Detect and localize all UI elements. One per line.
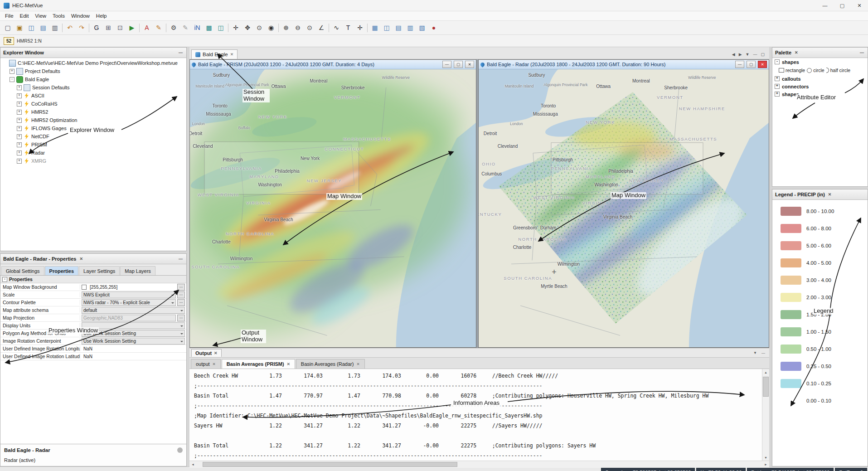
palette-section[interactable]: + shapes bbox=[772, 90, 868, 98]
minimize-panel-icon[interactable]: — bbox=[178, 50, 184, 55]
tree-item[interactable]: + Radar bbox=[0, 149, 186, 157]
section-expand-icon[interactable]: + bbox=[775, 92, 780, 97]
scroll-down-icon[interactable]: ▼ bbox=[764, 454, 767, 461]
section-expand-icon[interactable]: + bbox=[775, 84, 780, 89]
tree-item[interactable]: + NetCDF bbox=[0, 132, 186, 141]
close-tab-icon[interactable]: ✕ bbox=[230, 52, 234, 57]
properties-section-header[interactable]: - Properties bbox=[0, 276, 186, 283]
tree-item[interactable]: + XMRG bbox=[0, 157, 186, 165]
tree-expander-icon[interactable]: - bbox=[10, 77, 15, 82]
redo-icon[interactable]: ↷ bbox=[76, 22, 87, 34]
menu-item[interactable]: Edit bbox=[17, 12, 32, 19]
close-panel-icon[interactable]: ✕ bbox=[827, 192, 833, 197]
close-tab-icon[interactable]: ✕ bbox=[356, 362, 359, 366]
tile-windows-icon[interactable]: ▦ bbox=[369, 22, 381, 34]
tab-basin-averages-radar[interactable]: Basin Averages (Radar) ✕ bbox=[296, 359, 365, 369]
print-icon[interactable]: ▥ bbox=[49, 22, 61, 34]
tree-item[interactable]: + ASCII bbox=[0, 92, 186, 100]
scroll-up-icon[interactable]: ▲ bbox=[764, 369, 767, 375]
properties-tab[interactable]: Global Settings bbox=[1, 266, 44, 275]
text-tool-icon[interactable]: T bbox=[342, 22, 354, 34]
radar-map-canvas[interactable] bbox=[479, 69, 769, 347]
output-panel-tab[interactable]: Output ✕ bbox=[191, 349, 222, 357]
layout-grid-icon[interactable]: ⊞ bbox=[102, 22, 114, 34]
tree-expander-icon[interactable]: + bbox=[17, 85, 22, 90]
zoom-out-icon[interactable]: ⊖ bbox=[292, 22, 304, 34]
close-map-icon[interactable]: ✕ bbox=[758, 61, 767, 68]
tree-expander-icon[interactable]: + bbox=[17, 110, 22, 115]
palette-shape-tool[interactable]: rectangle bbox=[779, 68, 805, 73]
minimize-map-icon[interactable]: — bbox=[442, 61, 451, 68]
close-output-icon[interactable]: ✕ bbox=[214, 351, 218, 355]
tree-item[interactable]: - Bald Eagle bbox=[0, 75, 186, 83]
prism-map-titlebar[interactable]: Bald Eagle - PRISM (20Jul2003 1200 - 24J… bbox=[190, 60, 476, 69]
property-value-dropdown[interactable] bbox=[82, 322, 185, 329]
radar-map-titlebar[interactable]: Bald Eagle - Radar (20Jul2003 1800 - 24J… bbox=[479, 60, 769, 69]
restore-map-icon[interactable]: ▢ bbox=[454, 61, 463, 68]
palette-section-shapes[interactable]: - shapes bbox=[772, 58, 868, 66]
zoom-window-icon[interactable]: ⊙ bbox=[304, 22, 315, 34]
zoom-active-icon[interactable]: ◉ bbox=[265, 22, 277, 34]
tree-expander-icon[interactable]: + bbox=[17, 142, 22, 147]
checkbox[interactable] bbox=[82, 285, 87, 290]
open-file-icon[interactable]: ▣ bbox=[14, 22, 25, 34]
zoom-region-icon[interactable]: ⊙ bbox=[253, 22, 265, 34]
scroll-right-icon[interactable]: ► bbox=[764, 461, 769, 468]
close-window-icon[interactable]: ✕ bbox=[851, 0, 868, 11]
preview-window-icon[interactable]: ⊡ bbox=[114, 22, 126, 34]
property-value-dropdown[interactable]: Use Work Session Setting bbox=[82, 338, 185, 345]
minimize-panel-icon[interactable]: — bbox=[859, 50, 865, 55]
ellipsis-button[interactable] bbox=[177, 315, 185, 321]
run-icon[interactable]: ▶ bbox=[126, 22, 138, 34]
nav-forward-icon[interactable]: ▶ bbox=[739, 52, 742, 57]
pan-icon[interactable]: ✛ bbox=[230, 22, 242, 34]
export-image-icon[interactable]: ◫ bbox=[25, 22, 37, 34]
draw-disabled-icon[interactable]: ✎ bbox=[179, 22, 191, 34]
new-file-icon[interactable]: ▢ bbox=[2, 22, 14, 34]
tree-item[interactable]: C:\HEC-MetVue\HEC-MetVue Demo Project\Ov… bbox=[0, 59, 186, 67]
record-icon[interactable]: ● bbox=[428, 22, 440, 34]
tree-expander-icon[interactable]: + bbox=[10, 69, 15, 74]
font-color-icon[interactable]: A bbox=[141, 22, 153, 34]
property-value-dropdown[interactable]: NaN bbox=[82, 345, 185, 352]
expand-extent-icon[interactable]: ✥ bbox=[242, 22, 253, 34]
property-value-dropdown[interactable]: NaN bbox=[82, 353, 185, 360]
palette-shape-tool[interactable]: half circle bbox=[826, 68, 850, 73]
zoom-group-icon[interactable]: G bbox=[91, 22, 102, 34]
close-tab-icon[interactable]: ✕ bbox=[287, 362, 290, 366]
scrollbar-thumb[interactable] bbox=[763, 377, 769, 397]
prism-map-canvas[interactable] bbox=[190, 69, 476, 347]
palette-section[interactable]: + connectors bbox=[772, 83, 868, 90]
prism-map-content[interactable]: SudburyManitoulin IslandAlgonquin Provin… bbox=[190, 69, 476, 347]
close-tab-icon[interactable]: ✕ bbox=[213, 362, 216, 366]
minimize-map-icon[interactable]: — bbox=[735, 61, 744, 68]
ellipsis-button[interactable] bbox=[177, 291, 185, 298]
horizontal-scrollbar[interactable]: ◄ ► bbox=[189, 461, 769, 468]
restore-group-icon[interactable]: ▢ bbox=[761, 52, 765, 57]
tab-basin-averages-prism[interactable]: Basin Averages (PRISM) ✕ bbox=[222, 359, 295, 369]
section-expand-icon[interactable]: + bbox=[775, 76, 780, 81]
measure-icon[interactable]: ∠ bbox=[315, 22, 327, 34]
report-view-icon[interactable]: ▥ bbox=[404, 22, 416, 34]
minimize-window-icon[interactable]: — bbox=[816, 0, 834, 11]
close-panel-icon[interactable]: ✕ bbox=[78, 257, 84, 261]
section-collapse-icon[interactable]: - bbox=[775, 59, 780, 64]
tree-expander-icon[interactable]: + bbox=[17, 118, 22, 123]
palette-section[interactable]: + callouts bbox=[772, 75, 868, 83]
map-frame-icon[interactable]: ◫ bbox=[215, 22, 227, 34]
scrollbar-thumb[interactable] bbox=[203, 462, 457, 467]
tab-bald-eagle[interactable]: Bald Eagle ✕ bbox=[191, 49, 238, 59]
tree-item[interactable]: + CoCoRaHS bbox=[0, 100, 186, 108]
tree-expander-icon[interactable]: + bbox=[17, 159, 22, 164]
minimize-group-icon[interactable]: — bbox=[753, 52, 757, 57]
close-panel-icon[interactable]: ✕ bbox=[794, 50, 799, 55]
polyline-icon[interactable]: ∿ bbox=[330, 22, 342, 34]
menu-item[interactable]: File bbox=[2, 12, 17, 19]
menu-item[interactable]: Tools bbox=[49, 12, 68, 19]
output-text-area[interactable]: Beech Creek HW 1.73 174.03 1.73 174.03 0… bbox=[189, 369, 769, 461]
info-in-icon[interactable]: iN bbox=[191, 22, 203, 34]
property-value-dropdown[interactable]: [255,255,255] bbox=[88, 284, 176, 291]
restore-map-icon[interactable]: ▢ bbox=[747, 61, 756, 68]
settings-gear-icon[interactable]: ⚙ bbox=[168, 22, 179, 34]
ellipsis-button[interactable] bbox=[177, 299, 185, 306]
